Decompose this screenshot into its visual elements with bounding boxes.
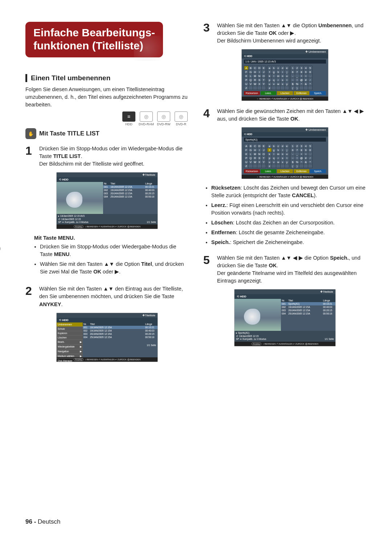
screenshot-rename-1: ❖ Umbenennen ⟲ HDD 1 8 / JAN / 2005 12:1…	[241, 49, 328, 101]
step-2-number: 2	[25, 285, 36, 308]
step-1-text: Drücken Sie im Stopp-Modus oder im Wiede…	[39, 145, 189, 168]
page-title: Einfache Bearbeitungs-funktionen (Titell…	[25, 22, 163, 57]
step-4: 4 Wählen Sie die gewünschten Zeichen mit…	[203, 107, 367, 123]
step-5-number: 5	[203, 254, 213, 285]
right-column: 3 Wählen Sie mit den Tasten ▲▼ die Optio…	[203, 22, 367, 367]
step-4-number: 4	[203, 107, 213, 123]
screenshot-rename-2: ❖ Umbenennen ⟲ HDD Sports(A1) ABCDEFGHIJ…	[241, 127, 328, 179]
step-1-number: 1	[25, 145, 36, 168]
remote-icon: ✋	[25, 128, 36, 139]
page-columns: Einfache Bearbeitungs-funktionen (Titell…	[25, 22, 367, 367]
side-tab: Bearbeitung	[0, 246, 1, 291]
screenshot-titlelist-after: ❖ Titelliste ⟲ HDD Nr.TitelLänge 001Spor…	[234, 289, 336, 346]
subhead-titlelist: ✋ Mit Taste TITLE LIST	[25, 128, 189, 139]
step-1: 1 Drücken Sie im Stopp-Modus oder im Wie…	[25, 145, 189, 168]
media-icon-dvdram: ◎DVD-RAM	[139, 111, 154, 126]
step-2: 2 Wählen Sie mit den Tasten ▲▼ den Eintr…	[25, 285, 189, 308]
menu-note-head: Mit Taste MENU.	[34, 235, 189, 241]
media-icons-row: ≡HDD ◎DVD-RAM ◎DVD-RW ◎DVD-R	[25, 111, 189, 126]
media-icon-dvdrw: ◎DVD-RW	[156, 111, 171, 126]
page-number: 96 - Deutsch	[25, 518, 60, 525]
step-3-text: Wählen Sie mit den Tasten ▲▼ die Option …	[217, 22, 367, 45]
step-3-number: 3	[203, 22, 213, 45]
menu-note-list: Drücken Sie im Stopp-Modus oder Wiederga…	[25, 243, 189, 276]
left-column: Einfache Bearbeitungs-funktionen (Titell…	[25, 22, 189, 367]
intro-text: Folgen Sie diesen Anweisungen, um einen …	[25, 86, 189, 109]
media-icon-hdd: ≡HDD	[121, 111, 136, 126]
step-4-text: Wählen Sie die gewünschten Zeichen mit d…	[217, 107, 367, 123]
step-3: 3 Wählen Sie mit den Tasten ▲▼ die Optio…	[203, 22, 367, 45]
step-5: 5 Wählen Sie mit den Tasten ▲▼ ◀ ▶ die O…	[203, 254, 367, 285]
section-heading-rename: Einen Titel umbenennen	[25, 74, 189, 82]
function-descriptions: Rücksetzen: Löscht das Zeichen und beweg…	[203, 184, 367, 246]
step-2-text: Wählen Sie mit den Tasten ▲▼ den Eintrag…	[39, 285, 189, 308]
screenshot-titlelist: ❖ Titelliste ⟲ HDD Nr.TitelLänge 00118/J…	[56, 172, 158, 229]
media-icon-dvdr: ◎DVD-R	[173, 111, 189, 126]
step-5-text: Wählen Sie mit den Tasten ▲▼ ◀ ▶ die Opt…	[217, 254, 367, 285]
subhead-text: Mit Taste TITLE LIST	[39, 130, 99, 137]
screenshot-anykey-menu: ❖ Titelliste ⟲ HDD Umbenennen Schutz Kop…	[56, 313, 158, 362]
